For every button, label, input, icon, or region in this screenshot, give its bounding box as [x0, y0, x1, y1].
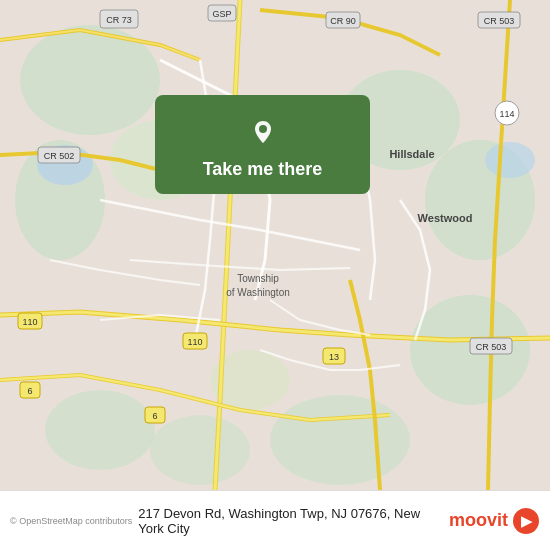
- svg-text:CR 503: CR 503: [484, 16, 515, 26]
- svg-text:Westwood: Westwood: [418, 212, 473, 224]
- osm-credit: © OpenStreetMap contributors: [10, 516, 132, 526]
- svg-text:Township: Township: [237, 273, 279, 284]
- svg-text:114: 114: [499, 109, 514, 119]
- svg-text:▶: ▶: [521, 513, 533, 529]
- moovit-logo: moovit ▶: [449, 507, 540, 535]
- map-container: CR 73 GSP CR 90 CR 503 CR 502 114 Hillsd…: [0, 0, 550, 490]
- svg-text:110: 110: [187, 337, 202, 347]
- svg-text:GSP: GSP: [212, 9, 231, 19]
- take-me-there-label: Take me there: [203, 159, 323, 180]
- svg-text:13: 13: [329, 352, 339, 362]
- svg-point-12: [485, 142, 535, 178]
- svg-text:CR 502: CR 502: [44, 151, 75, 161]
- moovit-text: moovit: [449, 510, 508, 531]
- svg-text:6: 6: [152, 411, 157, 421]
- svg-point-7: [270, 395, 410, 485]
- svg-text:110: 110: [22, 317, 37, 327]
- svg-point-8: [45, 390, 155, 470]
- bottom-bar: © OpenStreetMap contributors 217 Devon R…: [0, 490, 550, 550]
- svg-text:CR 73: CR 73: [106, 15, 132, 25]
- svg-text:of Washington: of Washington: [226, 287, 290, 298]
- take-me-there-overlay[interactable]: Take me there: [155, 95, 370, 194]
- moovit-icon: ▶: [512, 507, 540, 535]
- svg-point-42: [259, 125, 267, 133]
- address-text: 217 Devon Rd, Washington Twp, NJ 07676, …: [138, 506, 441, 536]
- svg-point-10: [150, 415, 250, 485]
- svg-text:CR 90: CR 90: [330, 16, 356, 26]
- svg-text:6: 6: [27, 386, 32, 396]
- svg-text:CR 503: CR 503: [476, 342, 507, 352]
- location-pin-icon: [244, 113, 282, 151]
- svg-text:Hillsdale: Hillsdale: [389, 148, 434, 160]
